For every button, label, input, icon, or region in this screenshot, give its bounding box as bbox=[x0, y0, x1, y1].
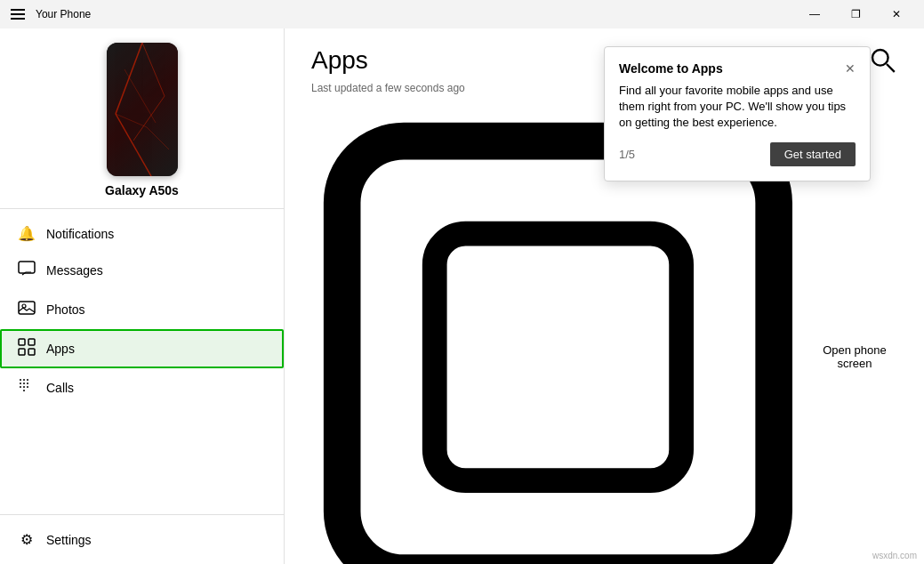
messages-label: Messages bbox=[46, 263, 103, 278]
sidebar: Galaxy A50s 🔔 Notifications Messages Pho… bbox=[0, 28, 285, 564]
photos-icon bbox=[18, 299, 36, 320]
settings-label: Settings bbox=[46, 533, 92, 547]
calls-label: Calls bbox=[46, 381, 74, 395]
app-title: Your Phone bbox=[36, 8, 91, 20]
popup-header: Welcome to Apps ✕ bbox=[619, 61, 856, 76]
photos-label: Photos bbox=[46, 302, 85, 317]
popup-close-button[interactable]: ✕ bbox=[845, 61, 856, 76]
sidebar-item-notifications[interactable]: 🔔 Notifications bbox=[0, 216, 284, 251]
sidebar-item-settings[interactable]: ⚙ Settings bbox=[0, 522, 284, 557]
sidebar-item-apps[interactable]: Apps bbox=[0, 329, 284, 368]
device-name: Galaxy A50s bbox=[105, 183, 179, 197]
svg-rect-27 bbox=[435, 234, 681, 480]
messages-icon bbox=[18, 260, 36, 281]
svg-point-20 bbox=[20, 386, 21, 388]
title-bar: Your Phone — ❐ ✕ bbox=[0, 0, 924, 28]
svg-point-23 bbox=[23, 390, 25, 391]
sidebar-item-messages[interactable]: Messages bbox=[0, 251, 284, 290]
svg-line-5 bbox=[116, 114, 147, 127]
svg-point-22 bbox=[27, 386, 28, 388]
popup-footer: 1/5 Get started bbox=[619, 142, 856, 166]
sidebar-item-calls[interactable]: Calls bbox=[0, 368, 284, 407]
notifications-label: Notifications bbox=[46, 227, 114, 241]
calls-icon bbox=[18, 377, 36, 399]
page-title: Apps bbox=[311, 46, 368, 75]
notifications-icon: 🔔 bbox=[18, 225, 36, 242]
sidebar-item-photos[interactable]: Photos bbox=[0, 290, 284, 329]
svg-rect-26 bbox=[342, 141, 774, 564]
svg-rect-11 bbox=[28, 339, 35, 345]
welcome-popup: Welcome to Apps ✕ Find all your favorite… bbox=[604, 46, 871, 181]
popup-title: Welcome to Apps bbox=[619, 61, 723, 76]
svg-line-6 bbox=[147, 127, 169, 149]
minimize-button[interactable]: — bbox=[794, 0, 835, 28]
nav-section: 🔔 Notifications Messages Photos bbox=[0, 209, 284, 514]
apps-label: Apps bbox=[46, 342, 75, 356]
search-icon bbox=[869, 46, 897, 75]
close-button[interactable]: ✕ bbox=[876, 0, 917, 28]
svg-line-2 bbox=[142, 43, 165, 96]
svg-line-0 bbox=[116, 43, 142, 114]
svg-point-16 bbox=[27, 379, 28, 381]
menu-button[interactable] bbox=[7, 5, 28, 23]
device-section: Galaxy A50s bbox=[0, 28, 284, 209]
svg-rect-13 bbox=[28, 349, 35, 355]
svg-point-24 bbox=[872, 50, 888, 66]
popup-page-indicator: 1/5 bbox=[619, 148, 635, 161]
svg-rect-7 bbox=[19, 262, 35, 273]
settings-icon: ⚙ bbox=[18, 531, 36, 548]
svg-point-18 bbox=[23, 383, 25, 384]
crack-overlay bbox=[107, 43, 178, 176]
svg-line-4 bbox=[125, 69, 156, 123]
nav-bottom: ⚙ Settings bbox=[0, 514, 284, 564]
watermark: wsxdn.com bbox=[872, 551, 917, 560]
device-image bbox=[107, 43, 178, 176]
main-content: Apps Last updated a few seconds ago Open… bbox=[285, 28, 924, 564]
popup-body: Find all your favorite mobile apps and u… bbox=[619, 83, 856, 132]
svg-rect-8 bbox=[19, 302, 35, 314]
maximize-button[interactable]: ❐ bbox=[835, 0, 876, 28]
window-controls: — ❐ ✕ bbox=[794, 0, 917, 28]
svg-line-3 bbox=[133, 96, 165, 141]
svg-point-19 bbox=[27, 383, 28, 384]
svg-rect-12 bbox=[19, 349, 25, 355]
title-bar-left: Your Phone bbox=[7, 5, 91, 23]
svg-point-15 bbox=[23, 379, 25, 381]
open-phone-label: Open phone screen bbox=[812, 343, 897, 370]
svg-point-9 bbox=[22, 304, 26, 308]
svg-rect-10 bbox=[19, 339, 25, 345]
apps-icon bbox=[18, 338, 36, 359]
search-button[interactable] bbox=[869, 46, 897, 75]
app-body: Galaxy A50s 🔔 Notifications Messages Pho… bbox=[0, 28, 924, 564]
svg-point-14 bbox=[20, 379, 21, 381]
svg-point-17 bbox=[20, 383, 21, 384]
svg-line-25 bbox=[887, 64, 895, 72]
svg-point-21 bbox=[23, 386, 25, 388]
get-started-button[interactable]: Get started bbox=[770, 142, 856, 166]
